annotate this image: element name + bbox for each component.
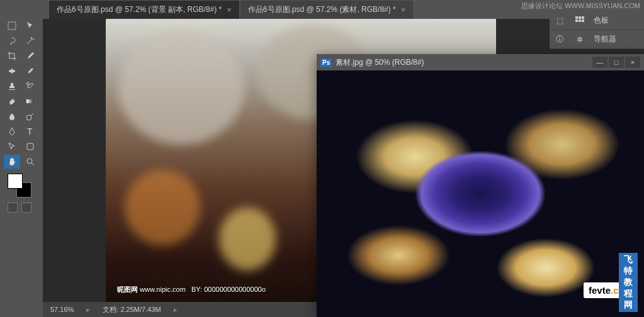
swatch-grid-icon[interactable] xyxy=(570,16,590,25)
stamp-tool[interactable] xyxy=(4,79,20,93)
ps-icon: Ps xyxy=(320,58,332,67)
move-tool[interactable] xyxy=(22,19,38,33)
tab-doc1[interactable]: 作品6号原图.psd @ 57.2% (背景 副本, RGB/8#) * × xyxy=(49,1,239,19)
window-titlebar[interactable]: Ps 素材.jpg @ 50% (RGB/8#) — □ × xyxy=(317,54,644,70)
zoom-tool[interactable] xyxy=(22,155,38,169)
artwork-credit: 昵图网 www.nipic.com BY: 000000000000000o xyxy=(117,285,266,294)
path-select-tool[interactable] xyxy=(4,140,20,153)
foreground-color-swatch[interactable] xyxy=(8,174,23,189)
svg-rect-3 xyxy=(26,99,34,103)
lasso-tool[interactable] xyxy=(4,34,20,48)
minimize-button[interactable]: — xyxy=(592,57,607,68)
svg-point-2 xyxy=(26,82,29,85)
tab-doc2-label: 作品6号原图.psd @ 57.2% (素材, RGB/8#) * xyxy=(248,4,396,15)
shape-tool[interactable] xyxy=(22,140,38,153)
panel-swatches-label[interactable]: 色板 xyxy=(594,15,609,26)
blur-tool[interactable] xyxy=(4,109,20,123)
pen-tool[interactable] xyxy=(4,125,20,138)
svg-rect-9 xyxy=(579,16,581,19)
svg-text:T: T xyxy=(27,126,33,136)
history-brush-tool[interactable] xyxy=(22,79,38,93)
panel-navigator-label[interactable]: 导航器 xyxy=(594,34,616,45)
svg-point-4 xyxy=(26,115,31,120)
eyedropper-tool[interactable] xyxy=(22,49,38,63)
svg-rect-10 xyxy=(582,16,584,19)
svg-rect-12 xyxy=(579,19,581,22)
screenmode-toggle[interactable] xyxy=(21,203,31,213)
maximize-button[interactable]: □ xyxy=(609,57,624,68)
eraser-tool[interactable] xyxy=(4,94,20,108)
navigator-icon[interactable]: ✲ xyxy=(570,35,590,44)
healing-tool[interactable] xyxy=(4,64,20,78)
svg-rect-11 xyxy=(575,19,578,22)
svg-rect-8 xyxy=(575,16,578,19)
tab-doc1-label: 作品6号原图.psd @ 57.2% (背景 副本, RGB/8#) * xyxy=(57,4,222,15)
zoom-level[interactable]: 57.16% xyxy=(50,306,74,313)
doc-size-label: 文档: xyxy=(103,306,118,313)
doc-size-value: 2.25M/7.43M xyxy=(120,306,161,313)
wand-tool[interactable] xyxy=(22,34,38,48)
close-button[interactable]: × xyxy=(625,57,640,68)
svg-point-7 xyxy=(27,158,32,164)
brush-tool[interactable] xyxy=(22,64,38,78)
watermark-text: 思缘设计论坛 WWW.MISSYUAN.COM xyxy=(517,0,644,12)
crop-tool[interactable] xyxy=(4,49,20,63)
close-icon[interactable]: × xyxy=(227,5,232,14)
marquee-tool[interactable] xyxy=(4,19,20,33)
tab-doc2[interactable]: 作品6号原图.psd @ 57.2% (素材, RGB/8#) * × xyxy=(240,1,414,19)
window-title: 素材.jpg @ 50% (RGB/8#) xyxy=(336,57,424,68)
color-swatches[interactable] xyxy=(4,174,39,199)
svg-rect-13 xyxy=(582,19,584,22)
nebula-image[interactable] xyxy=(317,70,644,317)
quickmask-toggle[interactable] xyxy=(8,203,18,213)
hand-tool[interactable] xyxy=(4,155,20,169)
info-icon[interactable]: ⓘ xyxy=(550,34,570,45)
svg-rect-0 xyxy=(8,22,16,30)
close-icon[interactable]: × xyxy=(401,5,406,14)
floating-document-window[interactable]: Ps 素材.jpg @ 50% (RGB/8#) — □ × xyxy=(317,54,644,317)
svg-rect-6 xyxy=(27,143,33,150)
type-tool[interactable]: T xyxy=(22,125,38,138)
gradient-tool[interactable] xyxy=(22,94,38,108)
right-panel: ⬚ 色板 ⓘ ✲ 导航器 xyxy=(550,11,644,49)
dodge-tool[interactable] xyxy=(22,109,38,123)
cube-icon[interactable]: ⬚ xyxy=(550,16,570,25)
toolbox: T xyxy=(0,0,43,317)
